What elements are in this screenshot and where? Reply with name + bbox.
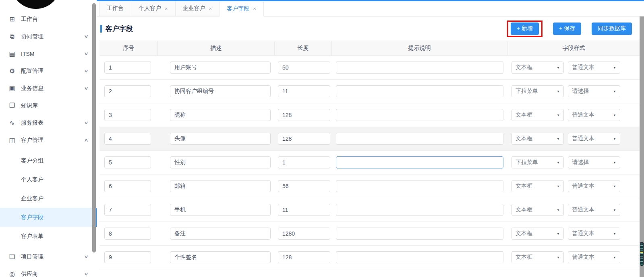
row-desc-input[interactable] (170, 251, 271, 263)
row-no-input[interactable] (104, 228, 151, 240)
tab-enterprise-customers[interactable]: 企业客户× (176, 1, 220, 16)
field-style-select[interactable]: 普通文本▼ (568, 228, 620, 240)
row-len-input[interactable] (278, 251, 330, 263)
field-type-select[interactable]: 文本框▼ (511, 251, 564, 263)
table-row: 文本框▼普通文本▼ (99, 56, 640, 80)
row-len-input[interactable] (278, 180, 330, 192)
field-type-select[interactable]: 文本框▼ (511, 133, 564, 145)
row-no-input[interactable] (104, 204, 151, 216)
row-len-input[interactable] (278, 133, 330, 145)
row-tip-input[interactable] (336, 156, 503, 168)
field-style-select[interactable]: 普通文本▼ (568, 62, 620, 74)
field-style-select[interactable]: 请选择▼ (568, 85, 620, 97)
field-type-select[interactable]: 下拉菜单▼ (511, 156, 564, 168)
field-style-select[interactable]: 普通文本▼ (568, 109, 620, 121)
grid-icon: ⊞ (8, 15, 16, 23)
field-type-select[interactable]: 文本框▼ (511, 180, 564, 192)
row-tip-input[interactable] (336, 228, 503, 240)
cell-desc (158, 198, 275, 222)
select-value: 请选择 (572, 88, 589, 95)
tab-label: 企业客户 (183, 5, 205, 12)
cell-style: 文本框▼普通文本▼ (507, 198, 640, 222)
caret-down-icon: ▼ (557, 137, 560, 141)
row-tip-input[interactable] (336, 133, 503, 145)
row-desc-input[interactable] (170, 228, 271, 240)
row-desc-input[interactable] (170, 62, 271, 74)
field-type-select[interactable]: 文本框▼ (511, 62, 564, 74)
select-value: 普通文本 (572, 206, 594, 213)
window-scrollbar-thumb[interactable] (640, 242, 644, 266)
row-len-input[interactable] (278, 85, 330, 97)
sidebar-item-customer-management[interactable]: ◫客户管理∧ (0, 131, 97, 149)
field-type-select[interactable]: 下拉菜单▼ (511, 85, 564, 97)
row-no-input[interactable] (104, 62, 151, 74)
sidebar-item-label: 客户管理 (21, 137, 43, 144)
cell-no (99, 56, 158, 79)
row-desc-input[interactable] (170, 180, 271, 192)
sidebar-item-customer-fields[interactable]: 客户字段 (0, 208, 97, 227)
row-desc-input[interactable] (170, 109, 271, 121)
row-no-input[interactable] (104, 156, 151, 168)
tab-personal-customers[interactable]: 个人客户× (131, 1, 176, 16)
cell-desc (158, 246, 275, 269)
row-len-input[interactable] (278, 156, 330, 168)
sidebar-item-customer-groups[interactable]: 客户分组 (0, 151, 97, 170)
row-tip-input[interactable] (336, 85, 503, 97)
sidebar-item-label: 工作台 (21, 16, 38, 23)
sidebar-item-enterprise-customers[interactable]: 企业客户 (0, 189, 97, 208)
sidebar-item-service-reports[interactable]: ∿服务报表∨ (0, 114, 97, 131)
field-type-select[interactable]: 文本框▼ (511, 109, 564, 121)
close-icon[interactable]: × (209, 6, 212, 12)
field-style-select[interactable]: 普通文本▼ (568, 204, 620, 216)
cell-desc (158, 56, 275, 79)
tab-customer-fields[interactable]: 客户字段× (219, 1, 264, 16)
table-row: 文本框▼普通文本▼ (99, 198, 640, 222)
row-no-input[interactable] (104, 251, 151, 263)
sidebar-item-business-info[interactable]: ▣业务信息∨ (0, 80, 97, 97)
save-button[interactable]: + 保存 (553, 23, 581, 35)
row-tip-input[interactable] (336, 109, 503, 121)
row-tip-input[interactable] (336, 180, 503, 192)
field-type-select[interactable]: 文本框▼ (511, 204, 564, 216)
row-len-input[interactable] (278, 204, 330, 216)
tab-workbench[interactable]: 工作台 (99, 1, 131, 16)
row-len-input[interactable] (278, 228, 330, 240)
add-button[interactable]: + 新增 (511, 23, 539, 35)
row-no-input[interactable] (104, 109, 151, 121)
sidebar-scrollbar-thumb[interactable] (92, 3, 96, 252)
close-icon[interactable]: × (165, 6, 168, 12)
row-no-input[interactable] (104, 85, 151, 97)
sync-database-button[interactable]: 同步数据库 (592, 23, 632, 35)
field-type-select[interactable]: 文本框▼ (511, 228, 564, 240)
field-style-select[interactable]: 普通文本▼ (568, 251, 620, 263)
row-desc-input[interactable] (170, 85, 271, 97)
row-desc-input[interactable] (170, 156, 271, 168)
row-len-input[interactable] (278, 109, 330, 121)
sidebar-item-knowledge-base[interactable]: ❐知识库 (0, 97, 97, 114)
field-style-select[interactable]: 请选择▼ (568, 156, 620, 168)
window-scrollbar-track[interactable] (640, 16, 644, 277)
sidebar-item-personal-customers[interactable]: 个人客户 (0, 170, 97, 189)
row-tip-input[interactable] (336, 204, 503, 216)
row-tip-input[interactable] (336, 62, 503, 74)
sidebar-item-workbench[interactable]: ⊞工作台 (0, 10, 97, 28)
field-style-select[interactable]: 普通文本▼ (568, 133, 620, 145)
row-desc-input[interactable] (170, 133, 271, 145)
row-tip-input[interactable] (336, 251, 503, 263)
sidebar-item-suppliers[interactable]: ◎供应商∨ (0, 265, 97, 277)
sidebar-item-configuration[interactable]: ⚙配置管理∨ (0, 62, 97, 80)
cell-tip (332, 198, 507, 222)
column-header-3: 长度 (275, 41, 332, 55)
sidebar-item-project-management[interactable]: ❏项目管理∨ (0, 248, 97, 265)
row-desc-input[interactable] (170, 204, 271, 216)
row-len-input[interactable] (278, 62, 330, 74)
sidebar-item-collaboration[interactable]: ⧉协同管理∨ (0, 28, 97, 45)
sidebar-item-itsm[interactable]: ▤ITSM∨ (0, 45, 97, 62)
row-no-input[interactable] (104, 133, 151, 145)
row-no-input[interactable] (104, 180, 151, 192)
sidebar-item-customer-forms[interactable]: 客户表单 (0, 227, 97, 246)
field-style-select[interactable]: 普通文本▼ (568, 180, 620, 192)
chevron-down-icon: ∨ (84, 68, 89, 74)
cell-style: 文本框▼普通文本▼ (507, 222, 640, 245)
close-icon[interactable]: × (253, 6, 256, 12)
